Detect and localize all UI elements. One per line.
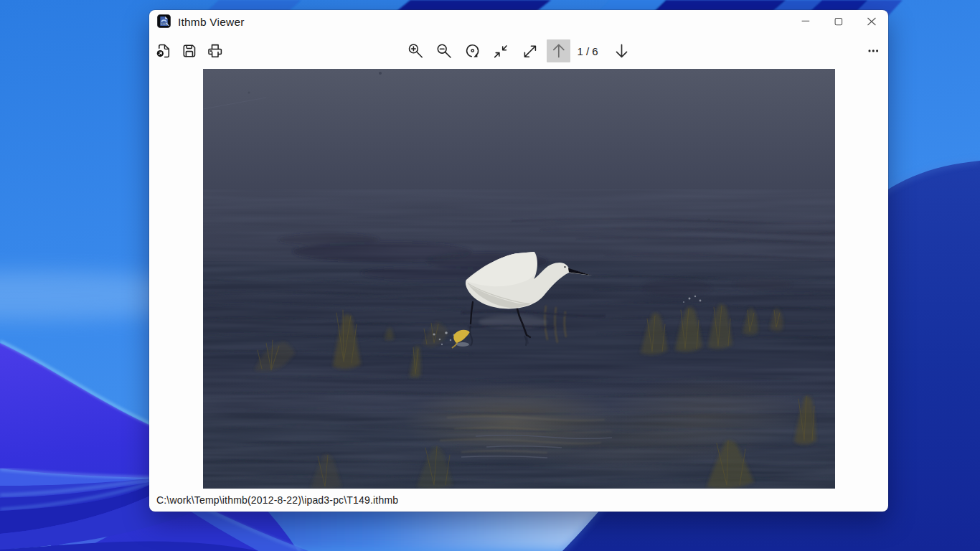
svg-text:1 / 6: 1 / 6	[577, 45, 598, 57]
